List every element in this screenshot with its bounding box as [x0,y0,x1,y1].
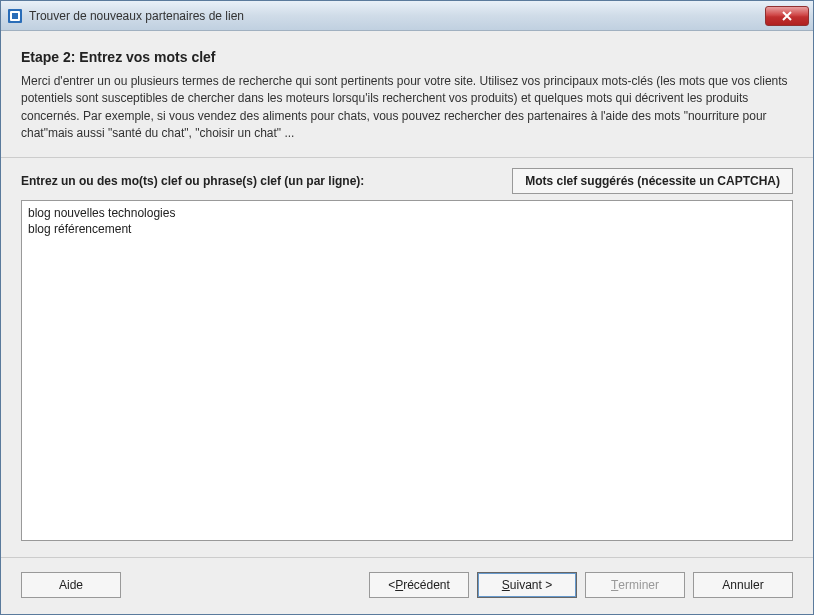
content-area: Etape 2: Entrez vos mots clef Merci d'en… [1,31,813,614]
header-section: Etape 2: Entrez vos mots clef Merci d'en… [1,31,813,158]
keywords-label: Entrez un ou des mo(ts) clef ou phrase(s… [21,174,364,188]
svg-rect-2 [12,13,18,19]
footer-right: < Précédent Suivant > Terminer Annuler [369,572,793,598]
titlebar: Trouver de nouveaux partenaires de lien [1,1,813,31]
help-button[interactable]: Aide [21,572,121,598]
next-button[interactable]: Suivant > [477,572,577,598]
keywords-textarea[interactable] [21,200,793,541]
cancel-button[interactable]: Annuler [693,572,793,598]
wizard-dialog: Trouver de nouveaux partenaires de lien … [0,0,814,615]
finish-button[interactable]: Terminer [585,572,685,598]
footer-left: Aide [21,572,369,598]
label-row: Entrez un ou des mo(ts) clef ou phrase(s… [21,168,793,194]
close-button[interactable] [765,6,809,26]
app-icon [7,8,23,24]
suggest-keywords-button[interactable]: Mots clef suggérés (nécessite un CAPTCHA… [512,168,793,194]
back-button[interactable]: < Précédent [369,572,469,598]
body-section: Entrez un ou des mo(ts) clef ou phrase(s… [1,158,813,557]
window-title: Trouver de nouveaux partenaires de lien [29,9,765,23]
step-description: Merci d'entrer un ou plusieurs termes de… [21,73,793,143]
textarea-wrapper [21,200,793,541]
step-title: Etape 2: Entrez vos mots clef [21,49,793,65]
close-icon [782,11,792,21]
footer-section: Aide < Précédent Suivant > Terminer Annu… [1,557,813,614]
